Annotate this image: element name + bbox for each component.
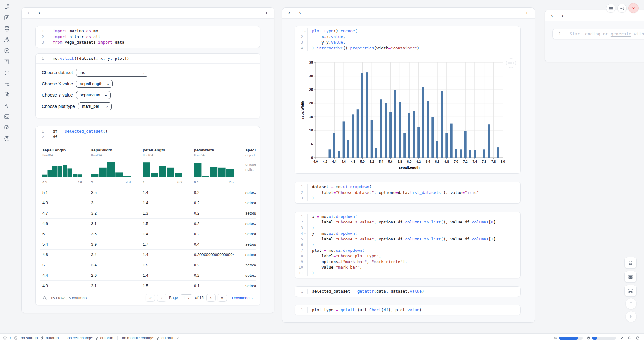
code-line[interactable]: plot = mo.ui.dropdown(	[312, 248, 496, 254]
first-page-button[interactable]: «	[146, 294, 155, 302]
chat-bot-icon[interactable]	[4, 69, 10, 76]
ai-assistant-button[interactable]	[620, 336, 624, 340]
code-line[interactable]: label="Choose dataset", options=data.lis…	[312, 190, 479, 196]
choose-dataset-select[interactable]: iris⌄	[76, 69, 148, 77]
fold-chevron-icon[interactable]: ⌄	[303, 184, 307, 190]
column-header[interactable]: speciesobjectuniquenulls:	[243, 146, 256, 187]
add-cell-button[interactable]: +	[265, 10, 268, 16]
code-line[interactable]: df = selected_dataset()	[53, 129, 108, 134]
column-forward-button[interactable]: ›	[562, 13, 563, 18]
code-line[interactable]: )	[312, 270, 496, 276]
table-row[interactable]: 4.93.11.50.1setosa	[40, 280, 256, 291]
workflow-icon[interactable]	[4, 37, 10, 43]
table-row[interactable]: 4.73.21.30.2setosa	[40, 208, 256, 218]
code-line[interactable]: value="mark_bar",	[312, 265, 496, 270]
code-editor[interactable]: plot_type = getattr(alt.Chart(df), plot.…	[308, 307, 426, 313]
stop-button[interactable]	[625, 298, 637, 309]
settings-button[interactable]	[617, 4, 627, 13]
runtime-config-on-module-change[interactable]: on module change:autorun	[122, 336, 180, 340]
empty-code-cell[interactable]: 1 Start coding or generate with	[552, 29, 644, 39]
connection-status-button[interactable]	[636, 336, 640, 340]
code-line[interactable]: )	[312, 225, 496, 231]
code-editor-placeholder[interactable]: Start coding or generate with	[565, 31, 644, 37]
code-editor[interactable]: x = mo.ui.dropdown( label="Choose X valu…	[308, 214, 500, 276]
code-box-icon[interactable]	[4, 113, 10, 120]
generate-link[interactable]: generate	[611, 31, 631, 36]
code-line[interactable]: label="Choose X value", options=df.colum…	[312, 219, 496, 225]
code-line[interactable]: label="Choose Y value", options=df.colum…	[312, 237, 496, 242]
fold-chevron-icon[interactable]: ⌄	[303, 28, 307, 34]
shutdown-button[interactable]	[628, 3, 639, 13]
column-back-button[interactable]: ‹	[288, 11, 290, 16]
last-page-button[interactable]: »	[218, 294, 227, 302]
fold-chevron-icon[interactable]: ⌄	[303, 231, 307, 237]
table-row[interactable]: 5.13.51.40.2setosa	[40, 187, 256, 198]
choose-y-value-select[interactable]: sepalWidth⌄	[76, 91, 111, 99]
function-square-icon[interactable]	[4, 15, 10, 21]
table-row[interactable]: 53.61.40.2setosa	[40, 229, 256, 239]
code-line[interactable]: label="Choose plot type",	[312, 253, 496, 259]
help-circle-icon[interactable]	[4, 135, 10, 142]
code-line[interactable]: df	[53, 134, 108, 140]
code-editor[interactable]: dataset = mo.ui.dropdown( label="Choose …	[308, 184, 483, 201]
file-tree-icon[interactable]	[4, 4, 10, 10]
run-button[interactable]	[625, 311, 637, 322]
table-row[interactable]: 4.63.41.40.30000000000000004setosa	[40, 249, 256, 260]
save-button[interactable]	[624, 257, 637, 269]
copilot-button[interactable]	[628, 336, 632, 340]
column-forward-button[interactable]: ›	[299, 11, 301, 16]
code-line[interactable]: plot_type().encode(	[312, 28, 419, 34]
column-header[interactable]: sepalLengthfloat644.37.9	[40, 146, 89, 187]
database-icon[interactable]	[4, 26, 10, 32]
code-line[interactable]: selected_dataset = getattr(data, dataset…	[312, 289, 424, 294]
next-page-button[interactable]: ›	[206, 294, 216, 302]
column-header[interactable]: petalLengthfloat6416.9	[140, 146, 191, 187]
error-counter[interactable]: 0	[3, 336, 11, 340]
code-line[interactable]: import altair as alt	[53, 34, 124, 40]
runtime-config-on-cell-change[interactable]: on cell change:autorun	[67, 336, 113, 340]
chart-actions-button[interactable]	[506, 58, 516, 68]
code-line[interactable]: )	[312, 242, 496, 248]
table-row[interactable]: 4.63.11.50.2setosa	[40, 218, 256, 229]
code-line[interactable]: dataset = mo.ui.dropdown(	[312, 184, 479, 190]
code-editor[interactable]: selected_dataset = getattr(data, dataset…	[308, 289, 428, 294]
table-row[interactable]: 4.42.91.40.2setosa	[40, 270, 256, 280]
menu-button[interactable]	[606, 4, 615, 13]
terminal-button[interactable]	[14, 336, 18, 340]
previous-page-button[interactable]: ‹	[157, 294, 166, 302]
table-row[interactable]: 5.43.91.70.4setosa	[40, 239, 256, 249]
bar-chart[interactable]: 4.04.24.44.64.85.05.25.45.65.86.06.26.46…	[300, 58, 517, 171]
add-cell-button[interactable]: +	[525, 10, 528, 16]
fold-chevron-icon[interactable]: ⌄	[303, 248, 307, 254]
table-row[interactable]: 53.41.50.2setosa	[40, 260, 256, 270]
code-line[interactable]: x = mo.ui.dropdown(	[312, 214, 496, 220]
activity-icon[interactable]	[4, 102, 10, 109]
code-editor[interactable]: mo.vstack([dataset, x, y, plot])	[48, 56, 133, 62]
code-line[interactable]: options=["mark_bar", "mark_circle"],	[312, 259, 496, 265]
column-header[interactable]: petalWidthfloat640.12.5	[191, 146, 243, 187]
package-icon[interactable]	[4, 48, 10, 54]
code-line[interactable]: ).interactive().properties(width="contai…	[312, 45, 419, 51]
table-row[interactable]: 4.931.40.2setosa	[40, 198, 256, 208]
fold-chevron-icon[interactable]: ⌄	[303, 214, 307, 220]
search-icon[interactable]	[42, 296, 47, 300]
list-search-icon[interactable]	[4, 80, 10, 87]
file-text-icon[interactable]	[4, 91, 10, 98]
notebook-pen-icon[interactable]	[4, 124, 10, 131]
column-back-button[interactable]: ‹	[551, 13, 553, 18]
page-select[interactable]: 1⌄	[181, 294, 192, 301]
code-line[interactable]: import marimo as mo	[53, 28, 124, 34]
choose-x-value-select[interactable]: sepalLength⌄	[76, 80, 113, 88]
scroll-text-icon[interactable]	[4, 59, 10, 65]
code-editor[interactable]: import marimo as moimport altair as altf…	[48, 28, 129, 45]
code-line[interactable]: y=y.value,	[312, 40, 419, 45]
code-line[interactable]: from vega_datasets import data	[53, 40, 124, 45]
code-line[interactable]: y = mo.ui.dropdown(	[312, 231, 496, 237]
code-editor[interactable]: df = selected_dataset()df	[48, 129, 112, 140]
column-header[interactable]: sepalWidthfloat6424.4	[89, 146, 140, 187]
code-line[interactable]: mo.vstack([dataset, x, y, plot])	[53, 56, 129, 62]
column-forward-button[interactable]: ›	[38, 11, 40, 16]
runtime-config-on-startup[interactable]: on startup:autorun	[21, 336, 59, 340]
download-button[interactable]: Download⌄	[232, 296, 253, 300]
code-line[interactable]: x=x.value,	[312, 34, 419, 40]
